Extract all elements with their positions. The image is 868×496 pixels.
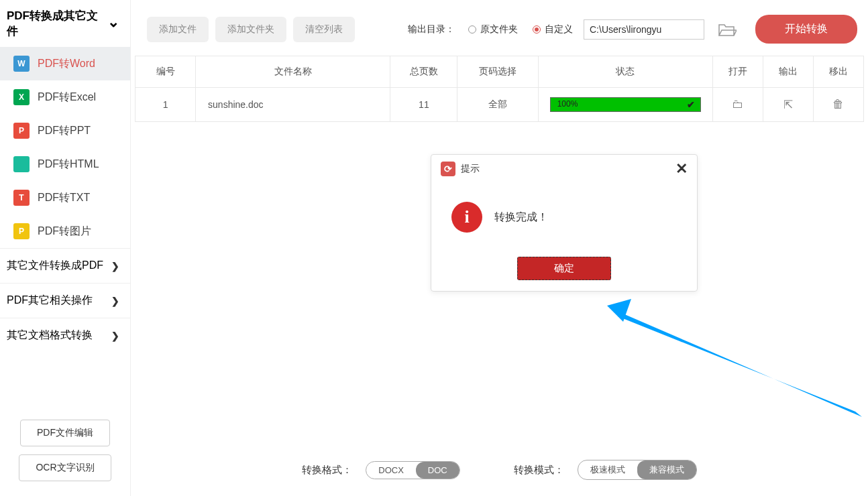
output-dir-label: 输出目录： <box>408 23 455 36</box>
sidebar-item-2[interactable]: PPDF转PPT <box>0 114 130 147</box>
sidebar-item-0[interactable]: WPDF转Word <box>0 47 130 80</box>
sidebar-section-label: PDF其它相关操作 <box>7 294 93 308</box>
chevron-down-icon <box>107 17 119 30</box>
clear-list-button[interactable]: 清空列表 <box>293 17 355 42</box>
dialog-title: 提示 <box>461 163 480 175</box>
ocr-button[interactable]: OCR文字识别 <box>19 454 111 481</box>
sidebar-section-2[interactable]: 其它文档格式转换 <box>0 318 130 353</box>
file-type-icon: P <box>13 123 30 139</box>
annotation-arrow-icon <box>607 296 868 444</box>
sidebar-section-label: 其它文件转换成PDF <box>7 259 103 273</box>
dialog-message: 转换完成！ <box>494 210 548 225</box>
add-file-button[interactable]: 添加文件 <box>147 17 209 42</box>
file-type-icon <box>13 156 30 172</box>
cell-name: sunshine.doc <box>196 88 390 122</box>
check-icon: ✔ <box>687 99 695 110</box>
sidebar-section-1[interactable]: PDF其它相关操作 <box>0 283 130 318</box>
dialog-header: ⟳ 提示 ✕ <box>431 155 697 183</box>
progress-text: 100% <box>557 99 578 109</box>
pdf-edit-button[interactable]: PDF文件编辑 <box>20 420 110 446</box>
svg-marker-1 <box>607 299 631 322</box>
add-folder-button[interactable]: 添加文件夹 <box>215 17 286 42</box>
th-id: 编号 <box>135 56 196 88</box>
th-name: 文件名称 <box>196 56 390 88</box>
chevron-right-icon <box>111 260 119 272</box>
output-path-input[interactable] <box>584 19 704 40</box>
mode-compat[interactable]: 兼容模式 <box>637 460 696 479</box>
file-table: 编号 文件名称 总页数 页码选择 状态 打开 输出 移出 1 sunshine.… <box>135 56 864 122</box>
th-open: 打开 <box>712 56 763 88</box>
sidebar: PDF转换成其它文件 WPDF转WordXPDF转ExcelPPDF转PPTPD… <box>0 0 131 496</box>
format-label: 转换格式： <box>302 464 352 477</box>
table-row: 1 sunshine.doc 11 全部 100% ✔ 🗀 ⇱ 🗑 <box>135 88 864 122</box>
sidebar-item-5[interactable]: PPDF转图片 <box>0 214 130 248</box>
file-type-icon: T <box>13 190 30 206</box>
toolbar: 添加文件 添加文件夹 清空列表 输出目录： 原文件夹 自定义 开始转换 <box>131 0 868 56</box>
mode-label: 转换模式： <box>514 464 564 477</box>
dialog-body: i 转换完成！ <box>431 183 697 257</box>
sidebar-item-1[interactable]: XPDF转Excel <box>0 80 130 114</box>
dialog-footer: 确定 <box>431 257 697 291</box>
sidebar-item-label: PDF转Word <box>38 57 95 71</box>
sidebar-header-label: PDF转换成其它文件 <box>7 8 107 39</box>
file-type-icon: W <box>13 56 30 72</box>
sidebar-bottom: PDF文件编辑 OCR文字识别 <box>0 420 130 481</box>
th-pages: 总页数 <box>390 56 457 88</box>
file-type-icon: X <box>13 89 30 105</box>
sidebar-item-label: PDF转图片 <box>38 225 91 239</box>
chevron-right-icon <box>111 330 119 342</box>
export-icon[interactable]: ⇱ <box>783 99 793 111</box>
cell-status: 100% ✔ <box>538 88 712 122</box>
radio-label: 自定义 <box>545 23 573 36</box>
th-range: 页码选择 <box>457 56 538 88</box>
file-type-icon: P <box>13 223 30 239</box>
radio-label: 原文件夹 <box>480 23 518 36</box>
radio-dot-icon <box>533 25 541 34</box>
sidebar-item-label: PDF转PPT <box>38 124 91 138</box>
sidebar-section-0[interactable]: 其它文件转换成PDF <box>0 248 130 283</box>
radio-original-folder[interactable]: 原文件夹 <box>468 23 518 36</box>
sidebar-item-4[interactable]: TPDF转TXT <box>0 181 130 214</box>
th-remove: 移出 <box>813 56 863 88</box>
radio-custom-folder[interactable]: 自定义 <box>533 23 573 36</box>
svg-marker-0 <box>614 303 862 417</box>
cell-pages: 11 <box>390 88 457 122</box>
th-status: 状态 <box>538 56 712 88</box>
remove-icon[interactable]: 🗑 <box>832 98 844 111</box>
bottom-bar: 转换格式： DOCX DOC 转换模式： 极速模式 兼容模式 <box>131 450 868 489</box>
app-logo-icon: ⟳ <box>441 162 455 176</box>
sidebar-item-label: PDF转HTML <box>38 158 99 172</box>
dialog-prompt: ⟳ 提示 ✕ i 转换完成！ 确定 <box>431 154 698 292</box>
sidebar-header-pdf-to-other[interactable]: PDF转换成其它文件 <box>0 0 130 47</box>
ok-button[interactable]: 确定 <box>517 257 611 280</box>
progress-bar: 100% ✔ <box>550 97 701 112</box>
radio-dot-icon <box>468 25 476 34</box>
cell-range[interactable]: 全部 <box>457 88 538 122</box>
open-folder-icon[interactable]: 🗀 <box>732 98 743 111</box>
mode-toggle[interactable]: 极速模式 兼容模式 <box>578 460 697 480</box>
sidebar-section-label: 其它文档格式转换 <box>7 328 93 343</box>
sidebar-item-label: PDF转Excel <box>38 90 96 105</box>
format-toggle[interactable]: DOCX DOC <box>366 461 459 479</box>
main-area: 添加文件 添加文件夹 清空列表 输出目录： 原文件夹 自定义 开始转换 编号 文… <box>131 0 868 496</box>
cell-id: 1 <box>135 88 196 122</box>
mode-fast[interactable]: 极速模式 <box>578 460 637 479</box>
sidebar-item-3[interactable]: PDF转HTML <box>0 147 130 181</box>
sidebar-item-label: PDF转TXT <box>38 191 90 205</box>
format-doc[interactable]: DOC <box>416 462 459 479</box>
close-icon[interactable]: ✕ <box>675 164 688 174</box>
start-convert-button[interactable]: 开始转换 <box>755 15 857 44</box>
th-export: 输出 <box>763 56 813 88</box>
format-docx[interactable]: DOCX <box>366 462 416 479</box>
chevron-right-icon <box>111 295 119 307</box>
info-icon: i <box>451 202 482 233</box>
browse-folder-icon[interactable] <box>718 22 737 37</box>
